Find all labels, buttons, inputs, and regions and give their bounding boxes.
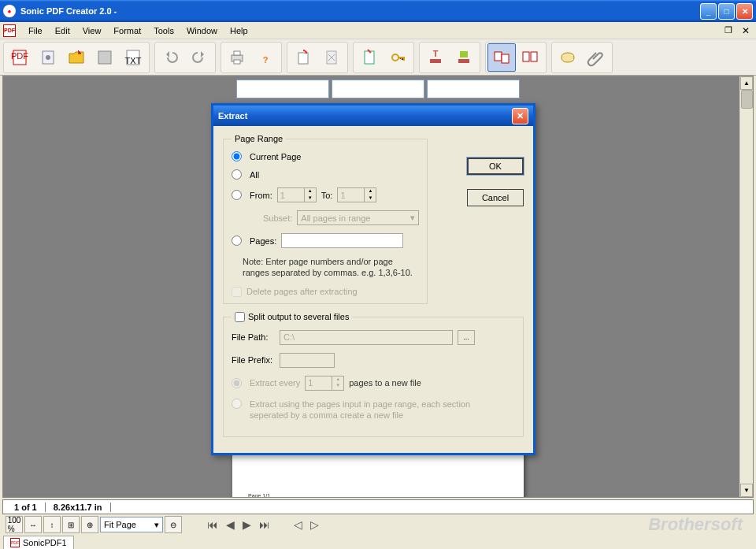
new-pdf-button[interactable]: PDF xyxy=(6,43,34,72)
svg-rect-11 xyxy=(298,53,308,64)
status-bar: 1 of 1 8.26x11.7 in xyxy=(2,499,754,514)
zoom-100-button[interactable]: 100% xyxy=(6,516,23,533)
undo-button[interactable] xyxy=(157,43,185,72)
file-path-input[interactable] xyxy=(280,330,453,345)
menu-format[interactable]: Format xyxy=(107,24,147,37)
radio-extract-every[interactable] xyxy=(232,378,242,388)
label-file-prefix: File Prefix: xyxy=(232,355,275,365)
menu-file[interactable]: File xyxy=(22,24,49,37)
file-prefix-input[interactable] xyxy=(280,353,335,368)
from-spinner[interactable]: 1 ▲▼ xyxy=(277,187,317,202)
vertical-scrollbar[interactable]: ▲ ▼ xyxy=(739,76,753,497)
scroll-up-button[interactable]: ▲ xyxy=(740,76,753,90)
close-button[interactable]: ✕ xyxy=(736,3,753,20)
page-range-fieldset: Page Range Current Page All From: 1 ▲▼ T… xyxy=(223,134,428,304)
spin-down-icon[interactable]: ▼ xyxy=(364,195,376,202)
menu-edit[interactable]: Edit xyxy=(49,24,76,37)
ok-button[interactable]: OK xyxy=(467,158,524,175)
radio-from[interactable] xyxy=(232,190,242,200)
menu-help[interactable]: Help xyxy=(224,24,254,37)
subset-select[interactable]: All pages in range ▾ xyxy=(297,210,419,225)
menu-tools[interactable]: Tools xyxy=(147,24,180,37)
every-spinner[interactable]: 1 ▲▼ xyxy=(305,376,344,391)
svg-rect-20 xyxy=(460,51,468,57)
help-button[interactable]: ? xyxy=(251,43,280,72)
next-page-button[interactable]: ▶ xyxy=(243,518,251,531)
open-button[interactable] xyxy=(62,43,91,72)
zoom-value: Fit Page xyxy=(104,520,136,529)
label-all: All xyxy=(250,170,259,180)
watermark: Brothersoft xyxy=(648,514,750,535)
rotate-button[interactable] xyxy=(289,43,317,72)
pages-input[interactable] xyxy=(281,233,403,248)
spin-up-icon[interactable]: ▲ xyxy=(364,188,376,195)
fit-height-button[interactable]: ↕ xyxy=(43,516,61,533)
attachment-button[interactable] xyxy=(582,43,610,72)
redo-button[interactable] xyxy=(185,43,213,72)
document-tabs: PDF SonicPDF1 xyxy=(0,535,756,549)
thumbnail-page[interactable] xyxy=(332,80,424,98)
dialog-title: Extract xyxy=(218,111,512,121)
dialog-titlebar[interactable]: Extract ✕ xyxy=(213,106,533,126)
note-text: Note: Enter page numbers and/or page ran… xyxy=(243,256,419,279)
encrypt-button[interactable] xyxy=(384,43,412,72)
image-stamp-button[interactable] xyxy=(450,43,478,72)
scroll-thumb[interactable] xyxy=(741,90,753,109)
checkbox-delete-after[interactable] xyxy=(232,287,242,297)
label-current-page: Current Page xyxy=(250,152,301,161)
svg-text:TXT: TXT xyxy=(125,56,142,65)
window-titlebar: ● Sonic PDF Creator 2.0 - _ □ ✕ xyxy=(0,0,756,22)
page-dimensions: 8.26x11.7 in xyxy=(46,503,111,512)
dialog-close-button[interactable]: ✕ xyxy=(512,108,528,124)
nav-forward-button[interactable]: ▷ xyxy=(310,518,319,531)
browse-button[interactable]: ... xyxy=(458,330,475,345)
bookmark-button[interactable] xyxy=(554,43,582,72)
fit-page-button[interactable]: ⊞ xyxy=(62,516,80,533)
delete-page-button[interactable] xyxy=(317,43,346,72)
to-spinner[interactable]: 1 ▲▼ xyxy=(337,187,376,202)
radio-pages[interactable] xyxy=(232,236,242,246)
save-txt-button[interactable]: TXT xyxy=(119,43,147,72)
last-page-button[interactable]: ⏭ xyxy=(259,518,270,531)
pdf-icon: PDF xyxy=(10,538,20,547)
tab-label: SonicPDF1 xyxy=(23,538,67,547)
checkbox-split-output[interactable] xyxy=(235,312,245,322)
thumbnail-page[interactable] xyxy=(236,80,329,98)
split-fieldset: Split output to several files File Path:… xyxy=(223,312,524,438)
merge-pdf-button[interactable] xyxy=(487,43,516,72)
zoom-select[interactable]: Fit Page ▾ xyxy=(100,517,163,532)
thumbnail-page[interactable] xyxy=(427,80,520,98)
menu-window[interactable]: Window xyxy=(180,24,224,37)
spin-up-icon[interactable]: ▲ xyxy=(304,188,316,195)
cancel-button[interactable]: Cancel xyxy=(467,189,524,206)
inner-restore-icon[interactable]: ❐ xyxy=(721,25,736,36)
first-page-button[interactable]: ⏮ xyxy=(207,518,218,531)
insert-page-button[interactable] xyxy=(355,43,384,72)
secure-pdf-button[interactable] xyxy=(34,43,62,72)
save-button[interactable] xyxy=(91,43,119,72)
nav-back-button[interactable]: ◁ xyxy=(294,518,302,531)
fit-width-button[interactable]: ↔ xyxy=(24,516,42,533)
spin-down-icon[interactable]: ▼ xyxy=(332,383,343,390)
scroll-down-button[interactable]: ▼ xyxy=(740,484,753,497)
extract-dialog: Extract ✕ OK Cancel Page Range Current P… xyxy=(211,103,536,455)
minimize-button[interactable]: _ xyxy=(700,3,717,20)
maximize-button[interactable]: □ xyxy=(718,3,735,20)
spin-down-icon[interactable]: ▼ xyxy=(304,195,316,202)
pdf-icon: PDF xyxy=(3,24,16,37)
menu-view[interactable]: View xyxy=(76,24,108,37)
document-tab[interactable]: PDF SonicPDF1 xyxy=(3,536,74,549)
split-pdf-button[interactable] xyxy=(516,43,544,72)
spin-up-icon[interactable]: ▲ xyxy=(332,377,343,384)
zoom-in-button[interactable]: ⊕ xyxy=(81,516,98,533)
label-file-path: File Path: xyxy=(232,332,275,342)
radio-extract-using[interactable] xyxy=(232,399,242,409)
svg-rect-8 xyxy=(234,51,240,55)
zoom-out-button[interactable]: ⊖ xyxy=(165,516,182,533)
prev-page-button[interactable]: ◀ xyxy=(226,518,235,531)
text-stamp-button[interactable]: T xyxy=(421,43,450,72)
radio-all[interactable] xyxy=(232,169,242,180)
print-button[interactable] xyxy=(223,43,251,72)
inner-close-icon[interactable]: ✕ xyxy=(739,25,753,36)
radio-current-page[interactable] xyxy=(232,151,242,161)
